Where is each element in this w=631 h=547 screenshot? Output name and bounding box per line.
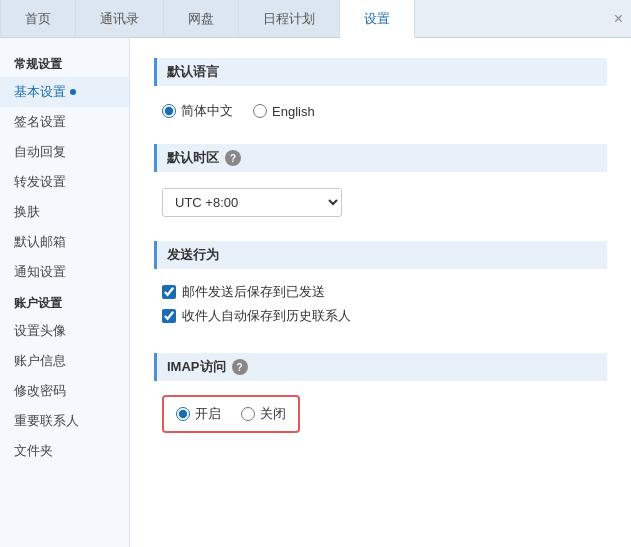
- language-section-title: 默认语言: [167, 63, 219, 81]
- sidebar-item-account-info[interactable]: 账户信息: [0, 346, 129, 376]
- tab-home[interactable]: 首页: [0, 0, 76, 37]
- send-behavior-checkbox-1[interactable]: [162, 285, 176, 299]
- language-section-header: 默认语言: [154, 58, 607, 86]
- send-behavior-label-2: 收件人自动保存到历史联系人: [182, 307, 351, 325]
- timezone-select-row: UTC +8:00 UTC +0:00 UTC -5:00: [154, 184, 607, 221]
- imap-section-header: IMAP访问 ?: [154, 353, 607, 381]
- sidebar-item-important-contacts[interactable]: 重要联系人: [0, 406, 129, 436]
- imap-help-icon[interactable]: ?: [232, 359, 248, 375]
- sidebar-item-avatar-label: 设置头像: [14, 322, 66, 340]
- language-radio-en[interactable]: [253, 104, 267, 118]
- sidebar-item-change-password[interactable]: 修改密码: [0, 376, 129, 406]
- timezone-select[interactable]: UTC +8:00 UTC +0:00 UTC -5:00: [162, 188, 342, 217]
- content-area: 默认语言 简体中文 English 默认时区 ? UTC: [130, 38, 631, 547]
- language-radio-zh[interactable]: [162, 104, 176, 118]
- sidebar-item-folders[interactable]: 文件夹: [0, 436, 129, 466]
- sidebar-item-autoreply-label: 自动回复: [14, 143, 66, 161]
- sidebar: 常规设置 基本设置 签名设置 自动回复 转发设置 换肤 默认邮箱 通知设置 账户…: [0, 38, 130, 547]
- sidebar-item-autoreply[interactable]: 自动回复: [0, 137, 129, 167]
- sidebar-item-notifications-label: 通知设置: [14, 263, 66, 281]
- sidebar-item-avatar[interactable]: 设置头像: [0, 316, 129, 346]
- sidebar-item-signature-label: 签名设置: [14, 113, 66, 131]
- imap-section-title: IMAP访问: [167, 358, 226, 376]
- tab-disk[interactable]: 网盘: [164, 0, 239, 37]
- sidebar-item-change-password-label: 修改密码: [14, 382, 66, 400]
- section-account-title: 账户设置: [0, 287, 129, 316]
- imap-option-off[interactable]: 关闭: [241, 405, 286, 423]
- timezone-section-title: 默认时区: [167, 149, 219, 167]
- language-option-en[interactable]: English: [253, 104, 315, 119]
- imap-radio-box: 开启 关闭: [162, 395, 300, 433]
- timezone-section: 默认时区 ? UTC +8:00 UTC +0:00 UTC -5:00: [154, 144, 607, 221]
- send-behavior-header: 发送行为: [154, 241, 607, 269]
- language-label-en: English: [272, 104, 315, 119]
- imap-section: IMAP访问 ? 开启 关闭: [154, 353, 607, 435]
- tab-bar: 首页 通讯录 网盘 日程计划 设置 ×: [0, 0, 631, 38]
- sidebar-item-skin[interactable]: 换肤: [0, 197, 129, 227]
- sidebar-item-default-mailbox-label: 默认邮箱: [14, 233, 66, 251]
- section-general-title: 常规设置: [0, 48, 129, 77]
- tab-settings[interactable]: 设置: [340, 0, 415, 38]
- imap-option-on[interactable]: 开启: [176, 405, 221, 423]
- send-behavior-option-2[interactable]: 收件人自动保存到历史联系人: [162, 307, 599, 325]
- language-label-zh: 简体中文: [181, 102, 233, 120]
- imap-radio-off[interactable]: [241, 407, 255, 421]
- sidebar-item-basic[interactable]: 基本设置: [0, 77, 129, 107]
- send-behavior-title: 发送行为: [167, 246, 219, 264]
- timezone-help-icon[interactable]: ?: [225, 150, 241, 166]
- imap-label-on: 开启: [195, 405, 221, 423]
- send-behavior-option-1[interactable]: 邮件发送后保存到已发送: [162, 283, 599, 301]
- timezone-section-header: 默认时区 ?: [154, 144, 607, 172]
- tab-contacts[interactable]: 通讯录: [76, 0, 164, 37]
- sidebar-item-basic-label: 基本设置: [14, 83, 66, 101]
- imap-label-off: 关闭: [260, 405, 286, 423]
- sidebar-item-forward-label: 转发设置: [14, 173, 66, 191]
- send-behavior-section: 发送行为 邮件发送后保存到已发送 收件人自动保存到历史联系人: [154, 241, 607, 333]
- imap-radio-on[interactable]: [176, 407, 190, 421]
- sidebar-item-important-contacts-label: 重要联系人: [14, 412, 79, 430]
- send-behavior-label-1: 邮件发送后保存到已发送: [182, 283, 325, 301]
- tab-calendar[interactable]: 日程计划: [239, 0, 340, 37]
- language-radio-group: 简体中文 English: [154, 98, 607, 124]
- send-behavior-checkbox-2[interactable]: [162, 309, 176, 323]
- language-option-zh[interactable]: 简体中文: [162, 102, 233, 120]
- sidebar-item-folders-label: 文件夹: [14, 442, 53, 460]
- active-dot: [70, 89, 76, 95]
- sidebar-item-notifications[interactable]: 通知设置: [0, 257, 129, 287]
- sidebar-item-forward[interactable]: 转发设置: [0, 167, 129, 197]
- main-layout: 常规设置 基本设置 签名设置 自动回复 转发设置 换肤 默认邮箱 通知设置 账户…: [0, 38, 631, 547]
- close-button[interactable]: ×: [614, 0, 631, 37]
- sidebar-item-account-info-label: 账户信息: [14, 352, 66, 370]
- language-section: 默认语言 简体中文 English: [154, 58, 607, 124]
- sidebar-item-default-mailbox[interactable]: 默认邮箱: [0, 227, 129, 257]
- sidebar-item-signature[interactable]: 签名设置: [0, 107, 129, 137]
- sidebar-item-skin-label: 换肤: [14, 203, 40, 221]
- send-behavior-checkboxes: 邮件发送后保存到已发送 收件人自动保存到历史联系人: [154, 281, 607, 333]
